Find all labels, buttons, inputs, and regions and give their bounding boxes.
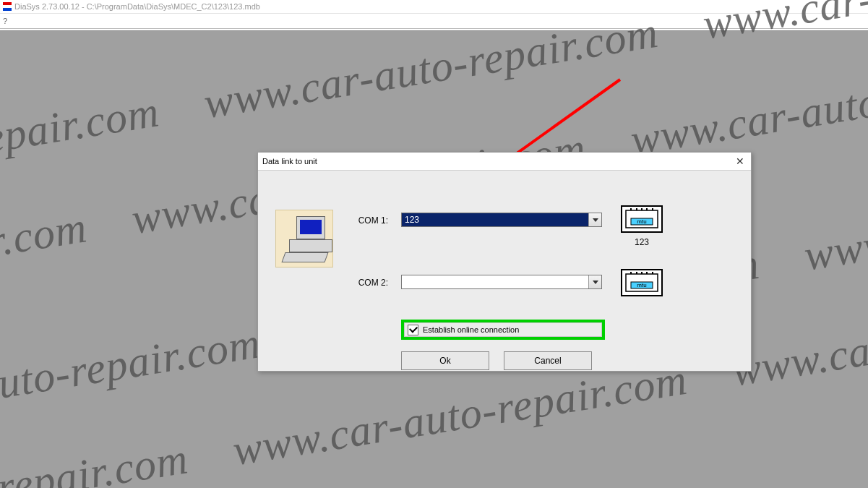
data-link-dialog: Data link to unit ✕ COM 1: 123 mtu: [257, 152, 752, 372]
dialog-buttons: Ok Cancel: [401, 351, 592, 370]
com2-label: COM 2:: [338, 278, 388, 288]
establish-row[interactable]: Establish online connection: [404, 322, 602, 337]
toolbar-separator: [0, 29, 868, 31]
app-icon: [3, 2, 12, 11]
establish-checkbox[interactable]: [408, 325, 418, 335]
menubar: ?: [0, 13, 868, 29]
svg-text:mtu: mtu: [637, 282, 646, 288]
menu-help[interactable]: ?: [3, 17, 7, 25]
port1-caption: 123: [621, 237, 663, 247]
establish-label: Establish online connection: [423, 325, 519, 334]
cancel-button[interactable]: Cancel: [504, 351, 592, 370]
establish-highlight: Establish online connection: [401, 320, 605, 340]
com1-dropdown-button[interactable]: [588, 213, 601, 226]
close-icon[interactable]: ✕: [734, 155, 747, 168]
dialog-title: Data link to unit: [262, 157, 317, 166]
com1-dropdown[interactable]: 123: [401, 213, 602, 227]
com2-dropdown-button[interactable]: [588, 275, 601, 288]
computer-icon: [275, 210, 333, 267]
dialog-titlebar[interactable]: Data link to unit ✕: [258, 153, 751, 171]
port2-icon[interactable]: mtu: [621, 269, 663, 296]
dialog-body: COM 1: 123 mtu 123 COM 2:: [258, 171, 751, 372]
com1-label: COM 1:: [338, 215, 388, 226]
svg-text:mtu: mtu: [637, 218, 646, 225]
com2-value: [402, 275, 588, 288]
port1-icon[interactable]: mtu: [621, 205, 663, 233]
com1-value: 123: [402, 213, 588, 226]
app-titlebar: DiaSys 2.73.00.12 - C:\ProgramData\DiaSy…: [0, 0, 868, 13]
com2-dropdown[interactable]: [401, 275, 602, 289]
app-title: DiaSys 2.73.00.12 - C:\ProgramData\DiaSy…: [14, 2, 260, 11]
ok-button[interactable]: Ok: [401, 351, 489, 370]
